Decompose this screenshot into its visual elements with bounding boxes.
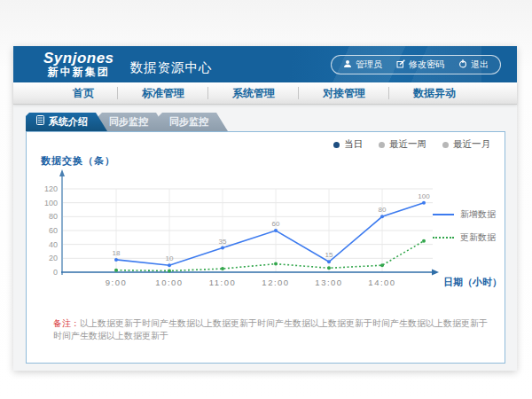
- footnote-text: 以上数据更新于时间产生数据以上数据更新于时间产生数据以上数据更新于时间产生数据以…: [53, 318, 488, 340]
- radio-dot-icon: [442, 142, 449, 148]
- filter-last-month[interactable]: 最近一月: [442, 138, 490, 151]
- data-point: [327, 266, 331, 270]
- filter-last-week-label: 最近一周: [389, 138, 426, 151]
- x-tick-label: 11:00: [209, 278, 237, 287]
- tab-sync-monitor-2[interactable]: 同步监控: [159, 113, 228, 131]
- y-tick-label: 120: [44, 184, 58, 193]
- data-point: [168, 263, 171, 267]
- filter-today-label: 当日: [344, 138, 363, 151]
- x-tick-label: 13:00: [315, 278, 342, 287]
- change-password-button[interactable]: 修改密码: [396, 59, 444, 71]
- current-user-button[interactable]: 管理员: [343, 59, 382, 71]
- y-tick-label: 100: [44, 199, 58, 207]
- series-line: [116, 241, 424, 271]
- chart-legend: 新增数据 更新数据: [433, 208, 496, 254]
- tab-label: 同步监控: [109, 113, 148, 131]
- page-title: 数据资源中心: [130, 59, 213, 76]
- data-point: [114, 269, 118, 272]
- user-icon: [343, 59, 352, 70]
- brand-logo-en: Synjones: [43, 51, 114, 66]
- edit-icon: [396, 59, 405, 70]
- data-point: [221, 267, 224, 270]
- brand-logo: Synjones 新中新集团: [43, 51, 114, 77]
- tab-label: 系统介绍: [49, 113, 88, 131]
- solid-line-swatch-icon: [433, 214, 454, 215]
- legend-label: 新增数据: [460, 208, 496, 221]
- data-point: [168, 269, 171, 272]
- filter-last-month-label: 最近一月: [453, 138, 490, 151]
- footnote-label: 备注：: [53, 318, 80, 328]
- data-point: [274, 262, 278, 266]
- y-axis-title: 数据交换（条）: [41, 154, 115, 168]
- x-tick-label: 9:00: [106, 278, 128, 287]
- radio-dot-icon: [333, 142, 340, 148]
- tab-sync-monitor-1[interactable]: 同步监控: [98, 113, 168, 131]
- time-range-filter: 当日 最近一周 最近一月: [333, 138, 490, 151]
- data-point-label: 60: [272, 220, 280, 228]
- data-point: [380, 215, 384, 218]
- data-point-label: 80: [379, 206, 387, 214]
- radio-dot-icon: [379, 142, 385, 148]
- data-point: [380, 263, 384, 267]
- data-point-label: 15: [325, 251, 333, 259]
- brand-logo-cn: 新中新集团: [43, 66, 114, 78]
- data-point: [114, 258, 118, 262]
- x-tick-label: 10:00: [155, 278, 183, 287]
- data-point: [221, 246, 224, 250]
- data-point: [422, 201, 426, 205]
- main-nav: 首页 标准管理 系统管理 对接管理 数据异动: [13, 82, 517, 105]
- x-tick-label: 14:00: [368, 278, 395, 287]
- document-icon: [36, 113, 44, 131]
- tab-bar: 系统介绍 同步监控 同步监控: [26, 113, 517, 131]
- nav-item-changes[interactable]: 数据异动: [389, 82, 480, 104]
- nav-item-system[interactable]: 系统管理: [208, 82, 299, 104]
- current-user-label: 管理员: [356, 59, 382, 71]
- y-tick-label: 20: [49, 254, 58, 262]
- data-point-label: 100: [418, 192, 430, 200]
- app-window: Synjones 新中新集团 数据资源中心 管理员 修改密码 退出 首页 标准管…: [13, 46, 517, 371]
- app-header: Synjones 新中新集团 数据资源中心 管理员 修改密码 退出: [13, 46, 517, 82]
- x-axis-arrow-icon: [432, 270, 439, 276]
- change-password-label: 修改密码: [409, 59, 444, 71]
- logout-label: 退出: [471, 59, 489, 71]
- y-tick-label: 40: [49, 240, 58, 249]
- user-toolbar: 管理员 修改密码 退出: [331, 55, 501, 74]
- nav-item-interface[interactable]: 对接管理: [299, 82, 389, 104]
- dotted-line-swatch-icon: [433, 237, 454, 239]
- logout-button[interactable]: 退出: [458, 59, 489, 71]
- filter-last-week[interactable]: 最近一周: [379, 138, 426, 151]
- data-point-label: 35: [219, 238, 227, 246]
- power-icon: [458, 59, 467, 70]
- data-point: [422, 239, 426, 243]
- data-point: [274, 229, 278, 232]
- chart-panel: 当日 最近一周 最近一月 数据交换（条） 0204060801001209:00…: [26, 131, 505, 364]
- x-axis-title: 日期（小时）: [443, 277, 502, 288]
- legend-label: 更新数据: [460, 231, 496, 244]
- footnote: 备注：以上数据更新于时间产生数据以上数据更新于时间产生数据以上数据更新于时间产生…: [53, 317, 489, 342]
- y-tick-label: 80: [49, 212, 58, 221]
- tab-label: 同步监控: [169, 113, 208, 131]
- data-point-label: 18: [113, 249, 121, 257]
- nav-item-home[interactable]: 首页: [49, 82, 118, 104]
- tab-system-intro[interactable]: 系统介绍: [26, 113, 107, 131]
- x-tick-label: 12:00: [262, 278, 289, 287]
- legend-entry-update-data[interactable]: 更新数据: [433, 231, 496, 244]
- y-tick-label: 60: [49, 226, 58, 235]
- data-point-label: 10: [166, 254, 174, 262]
- y-axis-arrow-icon: [59, 169, 65, 176]
- legend-entry-new-data[interactable]: 新增数据: [433, 208, 496, 221]
- filter-today[interactable]: 当日: [333, 138, 363, 151]
- y-tick-label: 0: [53, 268, 58, 277]
- nav-item-standards[interactable]: 标准管理: [118, 82, 208, 104]
- data-point: [327, 260, 331, 263]
